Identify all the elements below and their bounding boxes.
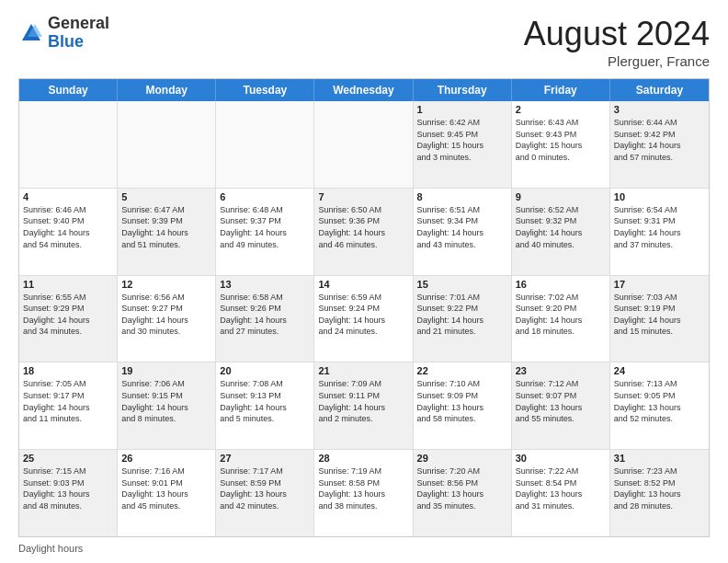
day-number: 17 (614, 279, 705, 290)
day-info: Sunrise: 7:05 AM Sunset: 9:17 PM Dayligh… (23, 378, 113, 424)
day-number: 16 (516, 279, 606, 290)
day-info: Sunrise: 6:55 AM Sunset: 9:29 PM Dayligh… (23, 292, 113, 338)
cal-cell-day-7: 7Sunrise: 6:50 AM Sunset: 9:36 PM Daylig… (314, 189, 413, 275)
cal-cell-day-12: 12Sunrise: 6:56 AM Sunset: 9:27 PM Dayli… (118, 276, 216, 362)
cal-header-sunday: Sunday (19, 79, 118, 101)
cal-cell-day-9: 9Sunrise: 6:52 AM Sunset: 9:32 PM Daylig… (512, 189, 610, 275)
logo-icon (18, 20, 44, 46)
cal-cell-day-24: 24Sunrise: 7:13 AM Sunset: 9:05 PM Dayli… (610, 362, 709, 449)
cal-cell-day-26: 26Sunrise: 7:16 AM Sunset: 9:01 PM Dayli… (118, 450, 216, 536)
day-number: 30 (516, 453, 606, 464)
cal-cell-day-17: 17Sunrise: 7:03 AM Sunset: 9:19 PM Dayli… (610, 276, 709, 362)
cal-cell-day-6: 6Sunrise: 6:48 AM Sunset: 9:37 PM Daylig… (216, 189, 314, 275)
day-number: 18 (23, 365, 113, 376)
footer-label: Daylight hours (18, 543, 83, 554)
cal-cell-day-20: 20Sunrise: 7:08 AM Sunset: 9:13 PM Dayli… (216, 362, 314, 449)
day-number: 9 (516, 191, 606, 202)
day-number: 2 (516, 104, 606, 115)
day-number: 25 (23, 453, 113, 464)
cal-cell-day-19: 19Sunrise: 7:06 AM Sunset: 9:15 PM Dayli… (118, 362, 216, 449)
day-info: Sunrise: 6:46 AM Sunset: 9:40 PM Dayligh… (23, 204, 113, 250)
cal-cell-day-1: 1Sunrise: 6:42 AM Sunset: 9:45 PM Daylig… (414, 101, 512, 188)
day-info: Sunrise: 7:06 AM Sunset: 9:15 PM Dayligh… (121, 378, 211, 424)
cal-cell-empty-0-2 (216, 101, 314, 188)
cal-cell-day-23: 23Sunrise: 7:12 AM Sunset: 9:07 PM Dayli… (512, 362, 610, 449)
logo: General Blue (18, 15, 109, 52)
day-info: Sunrise: 7:08 AM Sunset: 9:13 PM Dayligh… (220, 378, 310, 424)
day-number: 23 (516, 365, 606, 376)
cal-cell-day-15: 15Sunrise: 7:01 AM Sunset: 9:22 PM Dayli… (414, 276, 512, 362)
cal-row-0: 1Sunrise: 6:42 AM Sunset: 9:45 PM Daylig… (19, 101, 709, 189)
location: Plerguer, France (524, 53, 710, 69)
day-info: Sunrise: 6:47 AM Sunset: 9:39 PM Dayligh… (121, 204, 211, 250)
calendar-body: 1Sunrise: 6:42 AM Sunset: 9:45 PM Daylig… (19, 101, 709, 536)
day-number: 26 (121, 453, 211, 464)
logo-text: General Blue (48, 15, 109, 52)
day-info: Sunrise: 7:10 AM Sunset: 9:09 PM Dayligh… (417, 378, 507, 424)
cal-cell-empty-0-0 (19, 101, 118, 188)
day-info: Sunrise: 7:23 AM Sunset: 8:52 PM Dayligh… (614, 465, 705, 511)
day-info: Sunrise: 7:02 AM Sunset: 9:20 PM Dayligh… (516, 292, 606, 338)
day-info: Sunrise: 7:03 AM Sunset: 9:19 PM Dayligh… (614, 292, 705, 338)
day-info: Sunrise: 7:01 AM Sunset: 9:22 PM Dayligh… (417, 292, 507, 338)
day-number: 22 (417, 365, 507, 376)
day-number: 31 (614, 453, 705, 464)
cal-cell-day-5: 5Sunrise: 6:47 AM Sunset: 9:39 PM Daylig… (118, 189, 216, 275)
logo-blue-text: Blue (48, 32, 84, 51)
day-info: Sunrise: 6:44 AM Sunset: 9:42 PM Dayligh… (614, 117, 705, 163)
day-info: Sunrise: 6:58 AM Sunset: 9:26 PM Dayligh… (220, 292, 310, 338)
title-block: August 2024 Plerguer, France (524, 15, 710, 69)
cal-cell-day-13: 13Sunrise: 6:58 AM Sunset: 9:26 PM Dayli… (216, 276, 314, 362)
calendar: SundayMondayTuesdayWednesdayThursdayFrid… (18, 78, 710, 537)
day-number: 6 (220, 191, 310, 202)
cal-cell-day-22: 22Sunrise: 7:10 AM Sunset: 9:09 PM Dayli… (414, 362, 512, 449)
cal-cell-day-30: 30Sunrise: 7:22 AM Sunset: 8:54 PM Dayli… (512, 450, 610, 536)
cal-row-1: 4Sunrise: 6:46 AM Sunset: 9:40 PM Daylig… (19, 189, 709, 276)
day-number: 28 (318, 453, 408, 464)
day-number: 19 (121, 365, 211, 376)
day-info: Sunrise: 6:59 AM Sunset: 9:24 PM Dayligh… (318, 292, 408, 338)
day-info: Sunrise: 6:51 AM Sunset: 9:34 PM Dayligh… (417, 204, 507, 250)
cal-cell-empty-0-1 (118, 101, 216, 188)
day-number: 13 (220, 279, 310, 290)
day-info: Sunrise: 7:12 AM Sunset: 9:07 PM Dayligh… (516, 378, 606, 424)
day-info: Sunrise: 6:52 AM Sunset: 9:32 PM Dayligh… (516, 204, 606, 250)
day-number: 21 (318, 365, 408, 376)
cal-cell-day-11: 11Sunrise: 6:55 AM Sunset: 9:29 PM Dayli… (19, 276, 118, 362)
day-number: 29 (417, 453, 507, 464)
cal-cell-day-2: 2Sunrise: 6:43 AM Sunset: 9:43 PM Daylig… (512, 101, 610, 188)
day-info: Sunrise: 7:15 AM Sunset: 9:03 PM Dayligh… (23, 465, 113, 511)
cal-cell-day-10: 10Sunrise: 6:54 AM Sunset: 9:31 PM Dayli… (610, 189, 709, 275)
cal-cell-day-16: 16Sunrise: 7:02 AM Sunset: 9:20 PM Dayli… (512, 276, 610, 362)
logo-general-text: General (48, 14, 109, 32)
day-number: 14 (318, 279, 408, 290)
header: General Blue August 2024 Plerguer, Franc… (18, 15, 710, 69)
cal-header-saturday: Saturday (610, 79, 709, 101)
cal-cell-day-25: 25Sunrise: 7:15 AM Sunset: 9:03 PM Dayli… (19, 450, 118, 536)
day-number: 7 (318, 191, 408, 202)
cal-header-friday: Friday (512, 79, 610, 101)
day-number: 24 (614, 365, 705, 376)
cal-cell-day-29: 29Sunrise: 7:20 AM Sunset: 8:56 PM Dayli… (414, 450, 512, 536)
cal-cell-day-28: 28Sunrise: 7:19 AM Sunset: 8:58 PM Dayli… (314, 450, 413, 536)
day-info: Sunrise: 6:50 AM Sunset: 9:36 PM Dayligh… (318, 204, 408, 250)
cal-cell-day-8: 8Sunrise: 6:51 AM Sunset: 9:34 PM Daylig… (414, 189, 512, 275)
cal-row-3: 18Sunrise: 7:05 AM Sunset: 9:17 PM Dayli… (19, 362, 709, 450)
cal-header-wednesday: Wednesday (314, 79, 413, 101)
day-info: Sunrise: 7:19 AM Sunset: 8:58 PM Dayligh… (318, 465, 408, 511)
day-number: 1 (417, 104, 507, 115)
day-number: 12 (121, 279, 211, 290)
day-info: Sunrise: 7:09 AM Sunset: 9:11 PM Dayligh… (318, 378, 408, 424)
cal-cell-day-21: 21Sunrise: 7:09 AM Sunset: 9:11 PM Dayli… (314, 362, 413, 449)
day-number: 8 (417, 191, 507, 202)
day-number: 5 (121, 191, 211, 202)
day-info: Sunrise: 6:43 AM Sunset: 9:43 PM Dayligh… (516, 117, 606, 163)
cal-header-monday: Monday (118, 79, 216, 101)
cal-cell-empty-0-3 (314, 101, 413, 188)
cal-header-tuesday: Tuesday (216, 79, 314, 101)
cal-cell-day-3: 3Sunrise: 6:44 AM Sunset: 9:42 PM Daylig… (610, 101, 709, 188)
cal-row-2: 11Sunrise: 6:55 AM Sunset: 9:29 PM Dayli… (19, 276, 709, 363)
calendar-header-row: SundayMondayTuesdayWednesdayThursdayFrid… (19, 79, 709, 101)
footer: Daylight hours (18, 543, 710, 554)
day-number: 15 (417, 279, 507, 290)
